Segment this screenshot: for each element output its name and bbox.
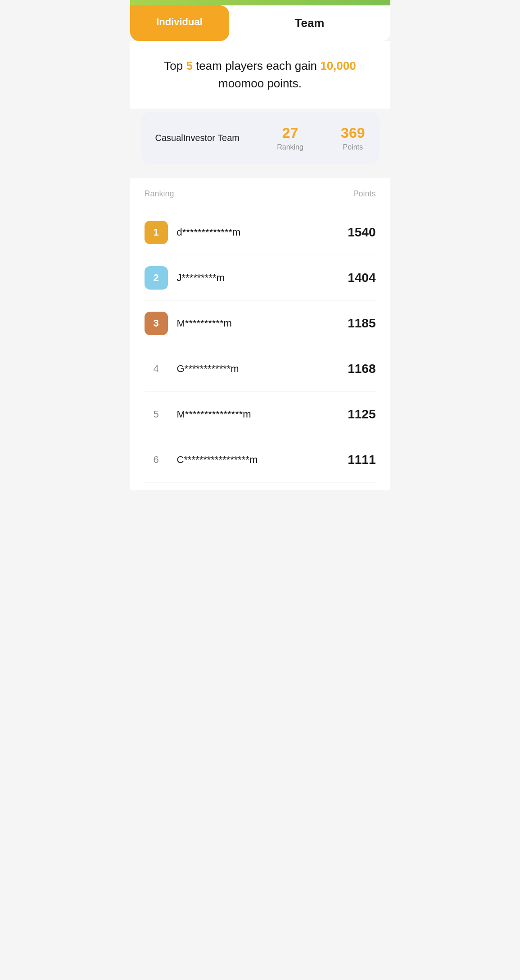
table-row: 1 d*************m 1540 [145, 210, 376, 255]
player-points: 1111 [348, 453, 375, 467]
player-points: 1125 [348, 407, 375, 422]
player-name: G************m [177, 363, 348, 375]
promo-section: Top 5 team players each gain 10,000 moom… [130, 41, 390, 109]
player-points: 1540 [348, 225, 375, 240]
points-label: Points [341, 143, 365, 151]
rank-plain-5: 5 [145, 403, 168, 426]
points-value: 369 [341, 125, 365, 141]
my-team-card: CasualInvestor Team 27 Ranking 369 Point… [141, 112, 380, 164]
ranking-value: 27 [277, 125, 303, 141]
top-count: 5 [186, 59, 192, 73]
ranking-stat: 27 Ranking [277, 125, 303, 151]
table-row: 4 G************m 1168 [145, 346, 376, 392]
player-points: 1185 [348, 316, 375, 331]
ranking-label: Ranking [277, 143, 303, 151]
tab-container: Individual Team [130, 5, 390, 41]
rank-plain-4: 4 [145, 357, 168, 381]
table-row: 6 C*****************m 1111 [145, 437, 376, 483]
tab-team[interactable]: Team [229, 5, 390, 41]
player-name: M***************m [177, 408, 348, 420]
player-points: 1168 [348, 362, 375, 376]
rank-badge-2: 2 [145, 266, 168, 290]
player-name: M**********m [177, 318, 348, 329]
rank-badge-1: 1 [145, 221, 168, 244]
rank-plain-6: 6 [145, 448, 168, 472]
rank-badge-3: 3 [145, 312, 168, 335]
table-row: 2 J*********m 1404 [145, 255, 376, 301]
player-name: d*************m [177, 227, 348, 238]
top-bar [130, 0, 390, 5]
team-name: CasualInvestor Team [155, 133, 240, 143]
player-name: C*****************m [177, 454, 348, 466]
player-name: J*********m [177, 272, 348, 284]
points-stat: 369 Points [341, 125, 365, 151]
header-points: Points [353, 189, 375, 199]
table-row: 3 M**********m 1185 [145, 301, 376, 346]
table-row: 5 M***************m 1125 [145, 392, 376, 437]
promo-text: Top 5 team players each gain 10,000 moom… [148, 57, 372, 92]
tab-individual[interactable]: Individual [130, 5, 229, 41]
leaderboard-section: Ranking Points 1 d*************m 1540 2 … [130, 178, 390, 490]
leaderboard-header: Ranking Points [145, 186, 376, 206]
points-highlight: 10,000 [320, 59, 356, 73]
header-ranking: Ranking [145, 189, 174, 199]
player-points: 1404 [348, 271, 375, 285]
